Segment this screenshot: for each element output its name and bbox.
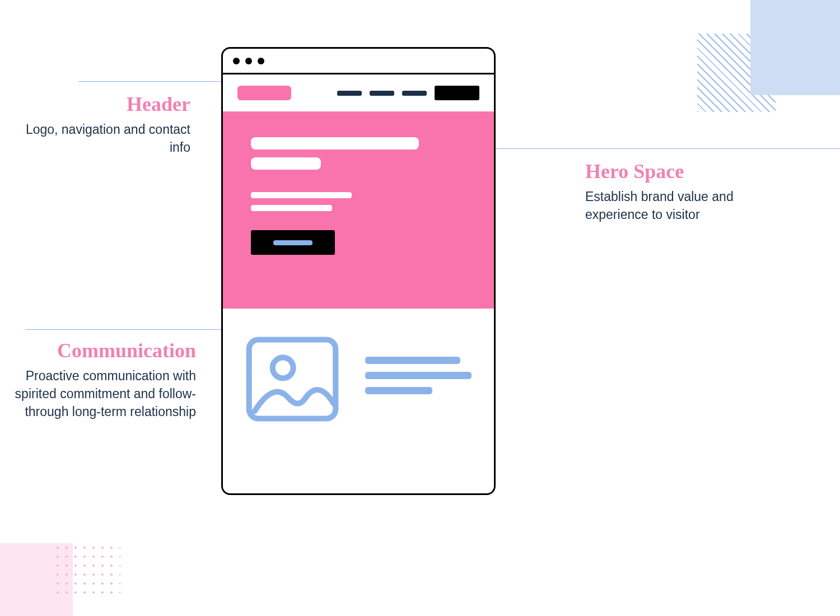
content-text-placeholder xyxy=(365,357,472,402)
annotation-title: Hero Space xyxy=(585,160,742,183)
image-placeholder-icon xyxy=(245,334,339,424)
leader-line-hero xyxy=(487,148,840,149)
blue-block xyxy=(750,0,840,95)
wireframe-content-row xyxy=(223,309,494,450)
text-line xyxy=(365,372,472,379)
window-dot xyxy=(245,58,252,64)
decoration-top-right xyxy=(722,0,840,118)
text-line xyxy=(365,357,460,364)
hero-button-label-placeholder xyxy=(273,240,312,245)
annotation-desc: Logo, navigation and contact info xyxy=(22,120,190,156)
cta-button-placeholder xyxy=(435,86,479,100)
hero-heading-placeholder xyxy=(251,137,419,150)
annotation-desc: Proactive communication with spirited co… xyxy=(11,367,196,421)
annotation-desc: Establish brand value and experience to … xyxy=(585,188,742,223)
browser-wireframe xyxy=(221,47,496,495)
window-dot xyxy=(233,58,240,64)
text-line xyxy=(365,387,432,394)
svg-point-1 xyxy=(273,357,293,378)
nav-item-placeholder xyxy=(370,91,394,96)
nav-item-placeholder xyxy=(402,91,427,96)
wireframe-hero xyxy=(223,111,494,309)
logo-placeholder xyxy=(237,86,291,100)
annotation-communication: Communication Proactive communication wi… xyxy=(11,339,196,421)
hero-subtext-placeholder xyxy=(251,192,352,198)
annotation-title: Header xyxy=(22,92,190,116)
browser-titlebar xyxy=(223,49,494,74)
dot-pattern xyxy=(53,543,120,594)
annotation-hero: Hero Space Establish brand value and exp… xyxy=(585,160,742,223)
hero-subtext-placeholder xyxy=(251,205,332,211)
leader-line-communication xyxy=(25,329,249,330)
window-dot xyxy=(258,58,264,64)
nav-item-placeholder xyxy=(337,91,362,96)
annotation-title: Communication xyxy=(11,339,196,362)
annotation-header: Header Logo, navigation and contact info xyxy=(22,92,190,156)
hero-button-placeholder xyxy=(251,230,335,255)
hero-heading-placeholder xyxy=(251,157,321,170)
svg-rect-0 xyxy=(249,339,336,418)
wireframe-header xyxy=(223,74,494,111)
